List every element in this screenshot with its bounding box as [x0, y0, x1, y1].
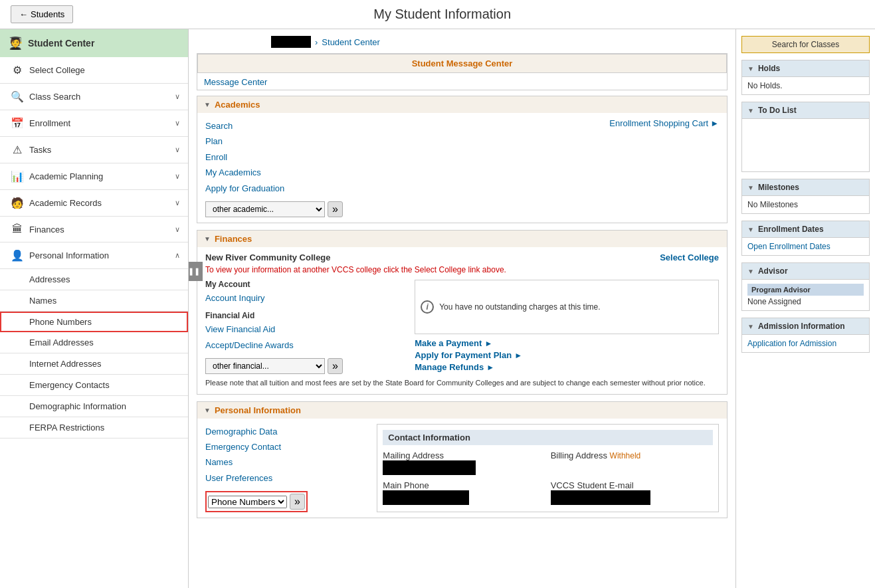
sidebar-item-select-college[interactable]: ⚙ Select College	[0, 57, 188, 84]
manage-refunds-link[interactable]: Manage Refunds	[415, 362, 484, 372]
contact-info-panel: Contact Information Mailing Address Bill…	[377, 424, 719, 513]
mailing-address-value	[383, 460, 476, 475]
sidebar-item-enrollment[interactable]: 📅 Enrollment ∨	[0, 110, 188, 137]
sidebar-sub-phone-numbers[interactable]: Phone Numbers	[0, 312, 188, 332]
message-center-link[interactable]: Message Center	[204, 77, 267, 87]
personal-info-go-button[interactable]: »	[290, 494, 305, 510]
academics-go-button[interactable]: »	[328, 201, 343, 217]
finances-header: ▼ Finances	[197, 231, 727, 247]
admission-header: ▼ Admission Information	[741, 318, 870, 335]
academics-links: Search Plan Enroll My Academics Apply fo…	[205, 118, 284, 196]
finances-right-col: i You have no outstanding charges at thi…	[415, 280, 719, 374]
academics-header: ▼ Academics	[197, 96, 727, 113]
breadcrumb-black-box	[271, 36, 311, 48]
enrollment-dates-body: Open Enrollment Dates	[741, 238, 870, 256]
user-preferences-link[interactable]: User Preferences	[205, 470, 370, 486]
breadcrumb: REDACTED › Student Center	[197, 36, 728, 48]
payment-links: Make a Payment ► Apply for Payment Plan …	[415, 338, 719, 374]
sidebar-sub-names[interactable]: Names	[0, 290, 188, 312]
content-area: ❚❚ REDACTED › Student Center Student Mes…	[189, 29, 735, 588]
triangle-down-icon: ▼	[204, 407, 211, 414]
arrow-right-icon: ►	[484, 339, 492, 348]
emergency-contact-link[interactable]: Emergency Contact	[205, 439, 370, 454]
todo-header: ▼ To Do List	[741, 102, 870, 119]
finances-dropdown[interactable]: other financial...	[205, 358, 325, 374]
message-center-panel: Student Message Center Message Center	[197, 53, 728, 90]
search-classes-button[interactable]: Search for Classes	[741, 36, 870, 53]
holds-body: No Holds.	[741, 77, 870, 95]
make-payment-link[interactable]: Make a Payment	[415, 338, 482, 348]
account-links: Account Inquiry	[205, 290, 408, 306]
my-account-section: My Account Account Inquiry	[205, 280, 408, 306]
main-layout: 🧑‍🎓 Student Center ⚙ Select College 🔍 Cl…	[0, 29, 875, 588]
search-link[interactable]: Search	[205, 118, 284, 134]
right-arrow-icon: ►	[710, 118, 719, 128]
personal-info-body: Demographic Data Emergency Contact Names…	[197, 419, 727, 518]
students-back-button[interactable]: ← Students	[11, 5, 73, 23]
vccs-email-item: VCCS Student E-mail	[551, 480, 713, 505]
user-icon: 👤	[11, 249, 24, 262]
search-icon: 🔍	[11, 90, 24, 103]
triangle-down-icon: ▼	[747, 184, 754, 191]
finances-go-button[interactable]: »	[328, 358, 343, 374]
main-phone-item: Main Phone	[383, 480, 545, 505]
vccs-notice: To view your information at another VCCS…	[205, 265, 719, 274]
sidebar-item-class-search[interactable]: 🔍 Class Search ∨	[0, 84, 188, 110]
page-title: My Student Information	[73, 7, 811, 22]
pause-button[interactable]: ❚❚	[189, 262, 203, 281]
billing-address-item: Billing Address Withheld	[551, 450, 713, 475]
sidebar-sub-addresses[interactable]: Addresses	[0, 269, 188, 290]
finances-two-col: My Account Account Inquiry Financial Aid…	[205, 280, 719, 374]
todo-section: ▼ To Do List	[741, 102, 870, 172]
sidebar-sub-demographic-info[interactable]: Demographic Information	[0, 396, 188, 417]
sidebar-sub-email-addresses[interactable]: Email Addresses	[0, 332, 188, 353]
warning-icon: ⚠	[11, 144, 24, 156]
personal-info-dropdown[interactable]: Phone Numbers	[208, 496, 287, 508]
program-advisor-label: Program Advisor	[747, 284, 864, 296]
enroll-link[interactable]: Enroll	[205, 149, 284, 165]
back-arrow-icon: ←	[19, 9, 28, 19]
select-college-link[interactable]: Select College	[660, 252, 719, 262]
sidebar-item-academic-planning[interactable]: 📊 Academic Planning ∨	[0, 163, 188, 190]
sidebar-item-academic-records[interactable]: 🧑 Academic Records ∨	[0, 190, 188, 217]
names-link[interactable]: Names	[205, 454, 370, 470]
apply-graduation-link[interactable]: Apply for Graduation	[205, 181, 284, 196]
admission-body: Application for Admission	[741, 335, 870, 353]
advisor-body: Program Advisor None Assigned	[741, 280, 870, 311]
sidebar-item-personal-info[interactable]: 👤 Personal Information ∧	[0, 243, 188, 269]
finances-left: My Account Account Inquiry Financial Aid…	[205, 280, 408, 374]
arrow-right-icon: ►	[486, 363, 494, 372]
academics-section: ▼ Academics Search Plan Enroll My Academ…	[197, 96, 728, 223]
sidebar-sub-internet-addresses[interactable]: Internet Addresses	[0, 353, 188, 375]
arrow-right-icon: ►	[514, 351, 522, 360]
sidebar-sub-emergency-contacts[interactable]: Emergency Contacts	[0, 375, 188, 396]
contact-info-header: Contact Information	[383, 430, 713, 445]
no-charges-box: i You have no outstanding charges at thi…	[415, 280, 719, 334]
open-enrollment-dates-link[interactable]: Open Enrollment Dates	[747, 242, 830, 251]
milestones-body: No Milestones	[741, 196, 870, 214]
finances-body: New River Community College Select Colle…	[197, 247, 727, 394]
billing-address-value: Withheld	[610, 451, 641, 460]
student-center-link[interactable]: Student Center	[322, 37, 379, 47]
my-academics-link[interactable]: My Academics	[205, 165, 284, 180]
demographic-data-link[interactable]: Demographic Data	[205, 424, 370, 439]
finances-dropdown-row: other financial... »	[205, 358, 408, 374]
holds-header: ▼ Holds	[741, 60, 870, 77]
plan-link[interactable]: Plan	[205, 134, 284, 149]
application-for-admission-link[interactable]: Application for Admission	[747, 339, 836, 348]
financial-aid-label: Financial Aid	[205, 311, 408, 320]
payment-plan-link[interactable]: Apply for Payment Plan	[415, 350, 512, 360]
accept-decline-link[interactable]: Accept/Decline Awards	[205, 338, 408, 353]
enrollment-shopping-cart-link[interactable]: Enrollment Shopping Cart ►	[609, 118, 719, 128]
main-phone-value	[383, 490, 469, 505]
account-inquiry-link[interactable]: Account Inquiry	[205, 290, 408, 306]
academics-row: Search Plan Enroll My Academics Apply fo…	[205, 118, 719, 196]
sidebar-item-finances[interactable]: 🏛 Finances ∨	[0, 217, 188, 243]
personal-dropdown-wrapper: Phone Numbers »	[205, 491, 370, 512]
sidebar-item-tasks[interactable]: ⚠ Tasks ∨	[0, 137, 188, 163]
manage-refunds-row: Manage Refunds ►	[415, 362, 719, 372]
sidebar-sub-ferpa[interactable]: FERPA Restrictions	[0, 417, 188, 439]
view-financial-aid-link[interactable]: View Financial Aid	[205, 322, 408, 337]
academics-dropdown[interactable]: other academic...	[205, 201, 325, 217]
contact-grid: Mailing Address Billing Address Withheld…	[383, 450, 713, 505]
